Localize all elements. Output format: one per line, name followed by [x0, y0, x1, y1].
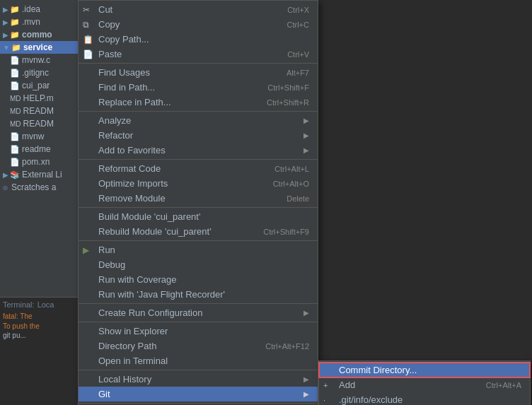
terminal-line-2: To push the: [3, 322, 75, 331]
terminal-line-1: fatal: The: [3, 312, 75, 322]
menu-cut[interactable]: ✂ Cut Ctrl+X: [79, 2, 318, 17]
menu-copy-path[interactable]: 📋 Copy Path...: [79, 32, 318, 47]
paste-icon: 📄: [83, 49, 93, 59]
separator-2: [79, 111, 318, 112]
menu-run-jfr[interactable]: Run with 'Java Flight Recorder': [79, 287, 318, 302]
menu-reformat[interactable]: Reformat Code Ctrl+Alt+L: [79, 161, 318, 176]
menu-replace-in-path[interactable]: Replace in Path... Ctrl+Shift+R: [79, 95, 318, 110]
terminal-cmd: git pu...: [3, 331, 75, 339]
create-run-arrow: ▶: [303, 309, 309, 317]
tab-terminal[interactable]: Terminal:: [3, 300, 35, 309]
tree-item-mvn[interactable]: ▶📁.mvn: [0, 16, 78, 28]
menu-local-history[interactable]: Local History ▶: [79, 372, 318, 387]
menu-rebuild[interactable]: Rebuild Module 'cui_parent' Ctrl+Shift+F…: [79, 224, 318, 239]
menu-build[interactable]: Build Module 'cui_parent': [79, 209, 318, 224]
cut-icon: ✂: [83, 5, 90, 15]
copy-path-icon: 📋: [83, 35, 93, 45]
tree-item-cuipar[interactable]: 📄cui_par: [0, 79, 78, 92]
terminal-area: Terminal: Loca fatal: The To push the gi…: [0, 297, 78, 405]
separator-9: [79, 403, 318, 404]
tree-item-idea[interactable]: ▶📁.idea: [0, 3, 78, 16]
git-add[interactable]: + Add Ctrl+Alt+A: [319, 377, 530, 392]
separator-8: [79, 370, 318, 370]
tab-local[interactable]: Loca: [37, 300, 54, 309]
menu-debug[interactable]: Debug: [79, 257, 318, 272]
tree-item-mvnw[interactable]: 📄mvnw: [0, 130, 78, 143]
separator-7: [79, 322, 318, 322]
copy-icon: ⧉: [83, 20, 89, 30]
tree-item-readm2[interactable]: MDREADM: [0, 117, 78, 130]
menu-add-favorites[interactable]: Add to Favorites ▶: [79, 143, 318, 158]
tree-item-scratches[interactable]: ◎Scratches a: [0, 181, 78, 194]
menu-dir-path[interactable]: Directory Path Ctrl+Alt+F12: [79, 339, 318, 353]
menu-show-explorer[interactable]: Show in Explorer: [79, 324, 318, 339]
tree-item-readme[interactable]: 📄readme: [0, 143, 78, 155]
analyze-arrow: ▶: [303, 117, 309, 124]
tree-item-service[interactable]: ▼📁service: [0, 41, 78, 54]
menu-paste[interactable]: 📄 Paste Ctrl+V: [79, 47, 318, 61]
tree-item-external[interactable]: ▶📚External Li: [0, 168, 78, 181]
git-commit-dir[interactable]: Commit Directory...: [319, 363, 530, 377]
dot-icon: ·: [323, 396, 325, 404]
menu-git[interactable]: Git ▶: [79, 387, 318, 401]
context-menu: ✂ Cut Ctrl+X ⧉ Copy Ctrl+C 📋 Copy Path..…: [78, 0, 318, 405]
menu-find-in-path[interactable]: Find in Path... Ctrl+Shift+F: [79, 80, 318, 95]
file-tree: ▶📁.idea ▶📁.mvn ▶📁commo ▼📁service 📄mvnw.c…: [0, 0, 78, 297]
refactor-arrow: ▶: [303, 131, 309, 139]
separator-5: [79, 240, 318, 241]
menu-refactor[interactable]: Refactor ▶: [79, 128, 318, 143]
tree-item-pomxn[interactable]: 📄pom.xn: [0, 155, 78, 168]
tree-item-mvnwc[interactable]: 📄mvnw.c: [0, 54, 78, 66]
run-icon: ▶: [83, 245, 89, 255]
menu-open-terminal[interactable]: Open in Terminal: [79, 353, 318, 368]
git-exclude[interactable]: · .git/info/exclude: [319, 392, 530, 405]
favorites-arrow: ▶: [303, 146, 309, 154]
menu-run-coverage[interactable]: Run with Coverage: [79, 272, 318, 287]
separator-6: [79, 303, 318, 304]
separator-3: [79, 159, 318, 160]
menu-copy[interactable]: ⧉ Copy Ctrl+C: [79, 17, 318, 32]
menu-analyze[interactable]: Analyze ▶: [79, 113, 318, 128]
menu-find-usages[interactable]: Find Usages Alt+F7: [79, 65, 318, 80]
local-history-arrow: ▶: [303, 375, 309, 383]
menu-create-run[interactable]: Create Run Configuration ▶: [79, 305, 318, 320]
menu-remove-module[interactable]: Remove Module Delete: [79, 191, 318, 206]
menu-optimize[interactable]: Optimize Imports Ctrl+Alt+O: [79, 176, 318, 191]
tree-item-help[interactable]: MDHELP.m: [0, 92, 78, 105]
git-arrow: ▶: [303, 390, 309, 398]
separator-4: [79, 207, 318, 208]
tree-item-readm1[interactable]: MDREADM: [0, 105, 78, 117]
terminal-tabs: Terminal: Loca: [3, 300, 75, 309]
menu-run[interactable]: ▶ Run: [79, 242, 318, 257]
separator-1: [79, 63, 318, 64]
tree-item-commo[interactable]: ▶📁commo: [0, 28, 78, 41]
git-submenu: Commit Directory... + Add Ctrl+Alt+A · .…: [318, 360, 531, 405]
add-icon: +: [323, 381, 328, 389]
tree-item-gitignore[interactable]: 📄.gitignc: [0, 66, 78, 79]
